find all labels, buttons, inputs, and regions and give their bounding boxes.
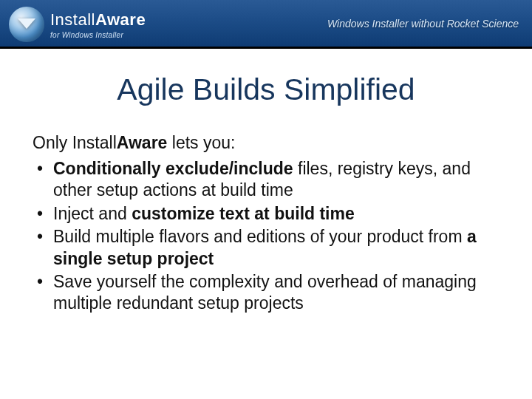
list-item: Save yourself the complexity and overhea… — [33, 271, 499, 315]
slide-content: Agile Builds Simplified Only InstallAwar… — [0, 49, 532, 315]
list-item: Inject and customize text at build time — [33, 203, 499, 225]
brand-subtitle: for Windows Installer — [50, 31, 146, 39]
slide-title: Agile Builds Simplified — [33, 72, 499, 107]
list-item: Conditionally exclude/include files, reg… — [33, 158, 499, 202]
brand-name: InstallAware — [50, 10, 146, 30]
brand-logo: InstallAware for Windows Installer — [7, 5, 146, 44]
brand-bold: Aware — [95, 10, 146, 29]
brand-prefix: Install — [50, 10, 95, 29]
install-icon — [7, 5, 46, 44]
bullet-list: Conditionally exclude/include files, reg… — [33, 158, 499, 315]
intro-line: Only InstallAware lets you: — [33, 132, 499, 154]
header-tagline: Windows Installer without Rocket Science — [327, 18, 519, 30]
list-item: Build multiple flavors and editions of y… — [33, 226, 499, 270]
slide-header: InstallAware for Windows Installer Windo… — [0, 0, 532, 49]
